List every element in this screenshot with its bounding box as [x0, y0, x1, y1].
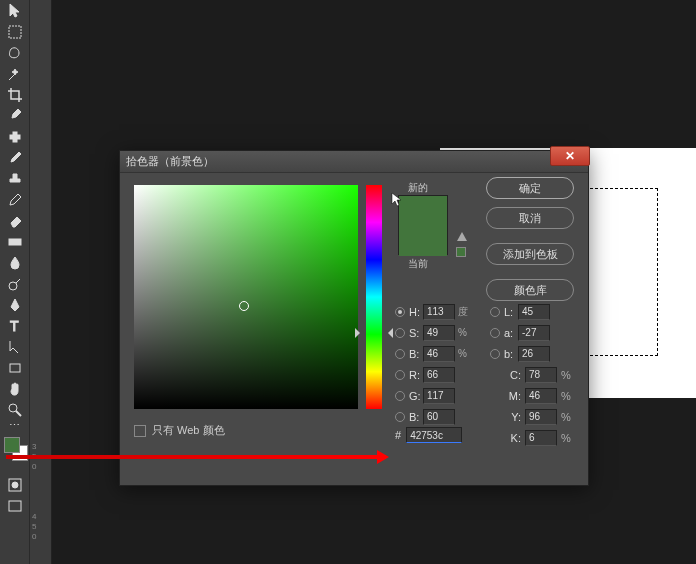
svg-rect-6	[10, 364, 20, 372]
hex-label: #	[395, 429, 401, 441]
r-input[interactable]	[423, 367, 455, 383]
s-input[interactable]	[423, 325, 455, 341]
web-only-label: 只有 Web 颜色	[152, 423, 225, 438]
l-radio[interactable]	[490, 307, 500, 317]
a-label: a:	[504, 327, 518, 339]
color-field[interactable]	[134, 185, 358, 409]
new-color-swatch	[399, 196, 447, 226]
m-input[interactable]	[525, 388, 557, 404]
path-tool[interactable]	[2, 337, 28, 357]
b-input[interactable]	[423, 346, 455, 362]
g-radio[interactable]	[395, 391, 405, 401]
s-label: S:	[409, 327, 423, 339]
eraser-tool[interactable]	[2, 211, 28, 231]
new-color-label: 新的	[408, 181, 428, 195]
brush-tool[interactable]	[2, 148, 28, 168]
titlebar[interactable]: 拾色器（前景色） ✕	[120, 151, 588, 173]
screen-mode-tool[interactable]	[2, 496, 28, 516]
lab-group: L: a: b:	[490, 301, 550, 364]
close-button[interactable]: ✕	[550, 146, 590, 166]
r-label: R:	[409, 369, 423, 381]
rgb-b-radio[interactable]	[395, 412, 405, 422]
svg-text:T: T	[10, 318, 19, 334]
g-label: G:	[409, 390, 423, 402]
move-tool[interactable]	[2, 1, 28, 21]
hex-row: #	[395, 427, 462, 443]
cancel-button[interactable]: 取消	[486, 207, 574, 229]
lasso-tool[interactable]	[2, 43, 28, 63]
h-label: H:	[409, 306, 423, 318]
hand-tool[interactable]	[2, 379, 28, 399]
k-input[interactable]	[525, 430, 557, 446]
websafe-icon[interactable]	[456, 247, 466, 257]
heal-tool[interactable]	[2, 127, 28, 147]
current-color-swatch[interactable]	[399, 226, 447, 256]
gamut-warning-icon[interactable]	[456, 231, 468, 243]
rgb-b-input[interactable]	[423, 409, 455, 425]
color-preview	[398, 195, 448, 255]
lab-b-input[interactable]	[518, 346, 550, 362]
eyedropper-tool[interactable]	[2, 106, 28, 126]
add-swatch-button[interactable]: 添加到色板	[486, 243, 574, 265]
color-swatches[interactable]	[0, 437, 29, 465]
dialog-title: 拾色器（前景色）	[126, 154, 214, 169]
cursor-icon	[391, 192, 403, 208]
y-input[interactable]	[525, 409, 557, 425]
cmyk-group: C:% M:% Y:% K:%	[505, 364, 571, 448]
r-radio[interactable]	[395, 370, 405, 380]
g-input[interactable]	[423, 388, 455, 404]
quickmask-tool[interactable]	[2, 475, 28, 495]
blur-tool[interactable]	[2, 253, 28, 273]
field-cursor-icon	[239, 301, 249, 311]
color-picker-dialog: 拾色器（前景色） ✕ 新的 当前 确定 取消 添加到色板 颜色库 H:度 S:%…	[119, 150, 589, 486]
vertical-ruler: 3 5 0 4 5 0	[30, 0, 52, 564]
rect-tool[interactable]	[2, 358, 28, 378]
web-only-checkbox[interactable]	[134, 425, 146, 437]
svg-rect-2	[13, 132, 17, 142]
h-radio[interactable]	[395, 307, 405, 317]
a-radio[interactable]	[490, 328, 500, 338]
c-label: C:	[505, 369, 521, 381]
hue-slider[interactable]	[366, 185, 382, 409]
web-only-row: 只有 Web 颜色	[134, 423, 225, 438]
c-input[interactable]	[525, 367, 557, 383]
m-label: M:	[505, 390, 521, 402]
rgb-b-label: B:	[409, 411, 423, 423]
wand-tool[interactable]	[2, 64, 28, 84]
toolbar: T ⋯	[0, 0, 30, 564]
svg-point-4	[9, 282, 17, 290]
k-label: K:	[505, 432, 521, 444]
history-brush-tool[interactable]	[2, 190, 28, 210]
svg-rect-10	[9, 501, 21, 511]
y-label: Y:	[505, 411, 521, 423]
type-tool[interactable]: T	[2, 316, 28, 336]
b-radio[interactable]	[395, 349, 405, 359]
svg-point-9	[12, 482, 18, 488]
stamp-tool[interactable]	[2, 169, 28, 189]
ok-button[interactable]: 确定	[486, 177, 574, 199]
h-input[interactable]	[423, 304, 455, 320]
lab-b-label: b:	[504, 348, 518, 360]
crop-tool[interactable]	[2, 85, 28, 105]
divider: ⋯	[2, 421, 28, 429]
a-input[interactable]	[518, 325, 550, 341]
lab-b-radio[interactable]	[490, 349, 500, 359]
marquee-tool[interactable]	[2, 22, 28, 42]
gradient-tool[interactable]	[2, 232, 28, 252]
svg-rect-0	[9, 26, 21, 38]
annotation-arrow	[6, 455, 386, 459]
l-input[interactable]	[518, 304, 550, 320]
color-lib-button[interactable]: 颜色库	[486, 279, 574, 301]
b-label: B:	[409, 348, 423, 360]
current-color-label: 当前	[408, 257, 428, 271]
hsb-rgb-group: H:度 S:% B:% R: G: B:	[395, 301, 472, 427]
pen-tool[interactable]	[2, 295, 28, 315]
s-radio[interactable]	[395, 328, 405, 338]
hue-indicator-icon	[360, 328, 388, 334]
svg-point-7	[9, 404, 17, 412]
foreground-color-swatch[interactable]	[4, 437, 20, 453]
dodge-tool[interactable]	[2, 274, 28, 294]
hex-input[interactable]	[406, 427, 462, 443]
svg-rect-3	[9, 239, 21, 245]
zoom-tool[interactable]	[2, 400, 28, 420]
